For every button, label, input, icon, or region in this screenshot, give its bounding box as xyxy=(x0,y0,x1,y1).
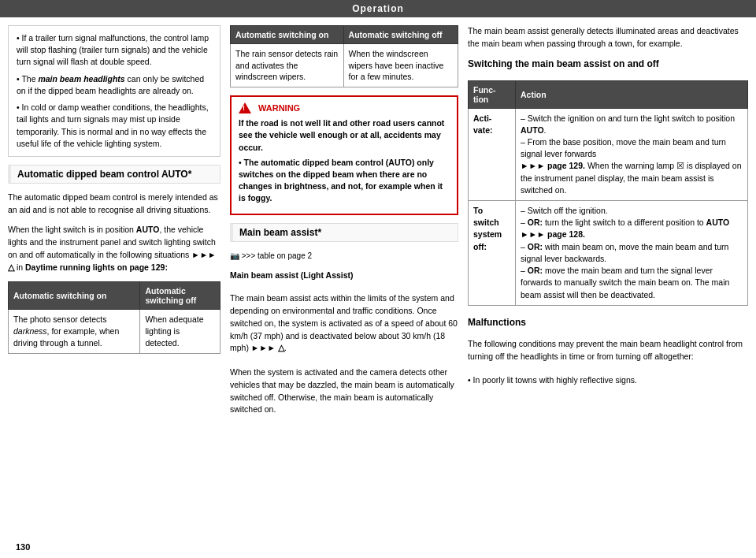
warning-label: WARNING xyxy=(258,103,300,113)
table-row: The rain sensor detects rain and activat… xyxy=(231,44,458,87)
bullet-1: If a trailer turn signal malfunctions, t… xyxy=(17,32,212,69)
malfunctions-body: The following conditions may prevent the… xyxy=(468,338,748,363)
left-table-header-on: Automatic switching on xyxy=(9,282,140,310)
left-body1: The automatic dipped beam control is mer… xyxy=(8,192,220,217)
right-column: The main beam assist generally detects i… xyxy=(468,25,748,530)
page: Operation If a trailer turn signal malfu… xyxy=(0,0,756,558)
page-footer: 130 xyxy=(0,538,756,558)
main-beam-subheading: Main beam assist (Light Assist) xyxy=(230,270,458,282)
func-label-switch-off: To switch system off: xyxy=(469,201,516,306)
middle-body: The main beam assist acts within the lim… xyxy=(230,292,458,355)
switching-heading: Switching the main beam assist on and of… xyxy=(468,58,748,69)
left-auto-table: Automatic switching on Automatic switchi… xyxy=(8,281,220,353)
bullet-3: In cold or damp weather conditions, the … xyxy=(17,102,212,150)
warning-box: ! WARNING If the road is not well lit an… xyxy=(230,95,458,215)
middle-table-cell-on: The rain sensor detects rain and activat… xyxy=(231,44,344,87)
left-table-cell-on: The photo sensor detects darkness, for e… xyxy=(9,310,140,353)
middle-column: Automatic switching on Automatic switchi… xyxy=(230,25,458,530)
func-table: Func-tion Action Acti-vate: – Switch the… xyxy=(468,80,748,306)
malfunctions-bullet: • In poorly lit towns with highly reflec… xyxy=(468,374,748,387)
middle-table-cell-off: When the windscreen wipers have been ina… xyxy=(343,44,458,87)
func-row-activate: Acti-vate: – Switch the ignition on and … xyxy=(469,108,748,201)
warning-header: ! WARNING xyxy=(239,102,450,113)
warning-triangle-icon: ! xyxy=(239,102,251,113)
main-beam-heading: Main beam assist* xyxy=(230,223,458,242)
func-row-switch-off: To switch system off: – Switch off the i… xyxy=(469,201,748,306)
middle-body2: When the system is activated and the cam… xyxy=(230,366,458,416)
middle-table-header-on: Automatic switching on xyxy=(231,26,344,44)
bullet-box: If a trailer turn signal malfunctions, t… xyxy=(8,25,220,157)
operation-header: Operation xyxy=(0,0,756,17)
func-action-switch-off: – Switch off the ignition. – OR: turn th… xyxy=(516,201,748,306)
warning-line-2: • The automatic dipped beam control (AUT… xyxy=(239,157,450,205)
malfunctions-heading: Malfunctions xyxy=(468,317,748,328)
func-label-activate: Acti-vate: xyxy=(469,108,516,201)
func-action-activate: – Switch the ignition on and turn the li… xyxy=(516,108,748,201)
middle-table-header-off: Automatic switching off xyxy=(343,26,458,44)
middle-top-table: Automatic switching on Automatic switchi… xyxy=(230,25,458,87)
bullet-2: The main beam headlights can only be swi… xyxy=(17,73,212,97)
warning-line-1: If the road is not well lit and other ro… xyxy=(239,117,450,154)
left-column: If a trailer turn signal malfunctions, t… xyxy=(8,25,220,530)
left-table-cell-off: When adequate lighting is detected. xyxy=(140,310,220,353)
func-table-header-func: Func-tion xyxy=(469,80,516,108)
func-table-header-action: Action xyxy=(516,80,748,108)
left-table-header-off: Automatic switching off xyxy=(140,282,220,310)
header-title: Operation xyxy=(352,3,404,14)
right-intro: The main beam assist generally detects i… xyxy=(468,25,748,50)
auto-dipped-heading: Automatic dipped beam control AUTO* xyxy=(8,165,220,184)
page-number: 130 xyxy=(8,539,38,555)
content-area: If a trailer turn signal malfunctions, t… xyxy=(0,17,756,538)
warning-text: If the road is not well lit and other ro… xyxy=(239,117,450,205)
middle-table-ref: 📷 >>> table on page 2 xyxy=(230,250,458,262)
left-body2: When the light switch is in position AUT… xyxy=(8,224,220,273)
table-row: The photo sensor detects darkness, for e… xyxy=(9,310,220,353)
